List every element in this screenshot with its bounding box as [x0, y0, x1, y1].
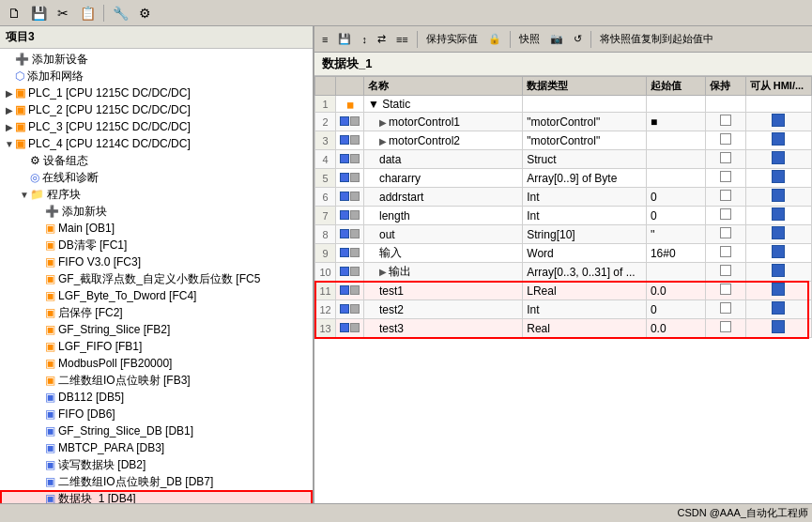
tree-item-add-device[interactable]: ➕ 添加新设备	[0, 51, 313, 68]
toolbar-btn-4[interactable]: 📋	[77, 3, 98, 23]
row-hmi[interactable]	[745, 131, 811, 150]
row-keep[interactable]	[706, 319, 745, 338]
row-keep[interactable]	[706, 263, 745, 282]
hmi-checkbox-checked[interactable]	[772, 170, 785, 183]
table-row[interactable]: 2▶motorControl1"motorControl"■	[315, 113, 812, 131]
tree-item-plc1[interactable]: ▶ ▣ PLC_1 [CPU 1215C DC/DC/DC]	[0, 84, 313, 101]
rtb-btn-sort[interactable]: ↕	[358, 29, 371, 50]
rtb-btn-swap[interactable]: ⇄	[374, 29, 390, 50]
rtb-btn-camera[interactable]: 📷	[546, 29, 567, 50]
tree-item-gf-string[interactable]: ▣ GF_String_Slice [FB2]	[0, 321, 313, 338]
hmi-checkbox-checked[interactable]	[772, 264, 785, 277]
row-hmi[interactable]	[745, 96, 811, 113]
table-row[interactable]: 7lengthInt0	[315, 207, 812, 225]
row-keep[interactable]	[706, 207, 745, 225]
tree-item-program-blocks[interactable]: ▼ 📁 程序块	[0, 186, 313, 203]
tree-item-gf-string-db[interactable]: ▣ GF_String_Slice_DB [DB1]	[0, 422, 313, 439]
table-row[interactable]: 6addrstartInt0	[315, 188, 812, 207]
tree-item-hold[interactable]: ▣ 启保停 [FC2]	[0, 304, 313, 321]
toolbar-btn-2[interactable]: 💾	[28, 3, 49, 23]
rtb-btn-menu[interactable]: ≡	[318, 29, 331, 50]
row-hmi[interactable]	[745, 207, 811, 225]
keep-checkbox[interactable]	[720, 246, 731, 257]
table-row[interactable]: 4dataStruct	[315, 150, 812, 169]
hmi-checkbox-checked[interactable]	[772, 320, 785, 333]
tree-item-data-block1[interactable]: ▣ 数据块_1 [DB4]	[0, 490, 313, 503]
tree-item-byte-dword[interactable]: ▣ LGF_Byte_To_Dword [FC4]	[0, 287, 313, 304]
tree-item-read-write[interactable]: ▣ 读写数据块 [DB2]	[0, 456, 313, 473]
tree-item-add-block[interactable]: ➕ 添加新块	[0, 203, 313, 220]
tree-item-io-map-db[interactable]: ▣ 二维数组IO点位映射_DB [DB7]	[0, 473, 313, 490]
keep-checkbox[interactable]	[720, 302, 731, 314]
project-tree[interactable]: ➕ 添加新设备 ⬡ 添加和网络 ▶ ▣ PLC_1 [CPU 1215C DC/…	[0, 49, 313, 503]
keep-checkbox[interactable]	[720, 171, 731, 182]
rtb-btn-view[interactable]: ≡≡	[392, 29, 412, 50]
row-keep[interactable]	[706, 188, 745, 207]
table-row[interactable]: 11test1LReal0.0	[315, 282, 812, 300]
table-row[interactable]: 1◼▼ Static	[315, 96, 812, 113]
table-row[interactable]: 3▶motorControl2"motorControl"	[315, 131, 812, 150]
table-row[interactable]: 12test2Int0	[315, 300, 812, 319]
tree-item-plc3[interactable]: ▶ ▣ PLC_3 [CPU 1215C DC/DC/DC]	[0, 118, 313, 135]
tree-item-device-config[interactable]: ⚙ 设备组态	[0, 152, 313, 169]
keep-checkbox[interactable]	[720, 284, 731, 295]
rtb-btn-save[interactable]: 💾	[334, 29, 355, 50]
hmi-checkbox-checked[interactable]	[772, 132, 785, 146]
row-hmi[interactable]	[745, 113, 811, 131]
tree-item-mbtcp[interactable]: ▣ MBTCP_PARA [DB3]	[0, 439, 313, 456]
toolbar-btn-3[interactable]: ✂	[53, 3, 73, 23]
tree-item-db-clear[interactable]: ▣ DB清零 [FC1]	[0, 237, 313, 253]
tree-item-plc2[interactable]: ▶ ▣ PLC_2 [CPU 1215C DC/DC/DC]	[0, 101, 313, 118]
hmi-checkbox-checked[interactable]	[772, 245, 785, 258]
row-keep[interactable]	[706, 131, 745, 150]
keep-checkbox[interactable]	[720, 133, 731, 145]
tree-item-fifo-v3[interactable]: ▣ FIFO V3.0 [FC3]	[0, 253, 313, 270]
hmi-checkbox-checked[interactable]	[772, 301, 785, 315]
tree-item-modbus[interactable]: ▣ ModbusPoll [FB20000]	[0, 355, 313, 372]
data-table[interactable]: 名称 数据类型 起始值 保持 可从 HMI/... 1◼▼ Static2▶mo…	[314, 76, 812, 503]
row-keep[interactable]	[706, 225, 745, 244]
hmi-checkbox-checked[interactable]	[772, 226, 785, 239]
table-row[interactable]: 13test3Real0.0	[315, 319, 812, 338]
row-keep[interactable]	[706, 96, 745, 113]
tree-item-main[interactable]: ▣ Main [OB1]	[0, 220, 313, 237]
hmi-checkbox-checked[interactable]	[772, 189, 785, 202]
keep-checkbox[interactable]	[720, 115, 731, 126]
row-hmi[interactable]	[745, 169, 811, 188]
row-hmi[interactable]	[745, 225, 811, 244]
table-row[interactable]: 10▶输出Array[0..3, 0..31] of ...	[315, 263, 812, 282]
tree-item-online-diag[interactable]: ◎ 在线和诊断	[0, 169, 313, 186]
hmi-checkbox-checked[interactable]	[772, 283, 785, 296]
hmi-checkbox-checked[interactable]	[772, 151, 785, 164]
hmi-checkbox-checked[interactable]	[772, 114, 785, 127]
row-hmi[interactable]	[745, 263, 811, 282]
row-keep[interactable]	[706, 150, 745, 169]
row-hmi[interactable]	[745, 188, 811, 207]
keep-checkbox[interactable]	[720, 190, 731, 201]
row-keep[interactable]	[706, 300, 745, 319]
rtb-btn-snapshot[interactable]: 快照	[515, 29, 544, 50]
keep-checkbox[interactable]	[720, 265, 731, 276]
row-hmi[interactable]	[745, 244, 811, 263]
keep-checkbox[interactable]	[720, 227, 731, 238]
tree-item-fifo-db6[interactable]: ▣ FIFO [DB6]	[0, 406, 313, 422]
tree-item-db112[interactable]: ▣ DB112 [DB5]	[0, 389, 313, 406]
rtb-btn-copy-snapshot[interactable]: 将快照值复制到起始值中	[596, 29, 717, 50]
row-hmi[interactable]	[745, 282, 811, 300]
tree-item-io-map[interactable]: ▣ 二维数组IO点位映射 [FB3]	[0, 372, 313, 389]
toolbar-btn-5[interactable]: 🔧	[110, 3, 130, 23]
tree-item-float[interactable]: ▣ GF_截取浮点数_自定义小数后位数 [FC5	[0, 270, 313, 287]
row-hmi[interactable]	[745, 150, 811, 169]
row-keep[interactable]	[706, 169, 745, 188]
row-keep[interactable]	[706, 282, 745, 300]
tree-item-lgf-fifo[interactable]: ▣ LGF_FIFO [FB1]	[0, 338, 313, 355]
tree-item-plc4[interactable]: ▼ ▣ PLC_4 [CPU 1214C DC/DC/DC]	[0, 135, 313, 152]
row-keep[interactable]	[706, 113, 745, 131]
table-row[interactable]: 9输入Word16#0	[315, 244, 812, 263]
keep-checkbox[interactable]	[720, 152, 731, 163]
rtb-btn-rotate[interactable]: ↺	[570, 29, 586, 50]
keep-checkbox[interactable]	[720, 208, 731, 220]
toolbar-btn-6[interactable]: ⚙	[134, 3, 155, 23]
keep-checkbox[interactable]	[720, 321, 731, 332]
table-row[interactable]: 5chararryArray[0..9] of Byte	[315, 169, 812, 188]
